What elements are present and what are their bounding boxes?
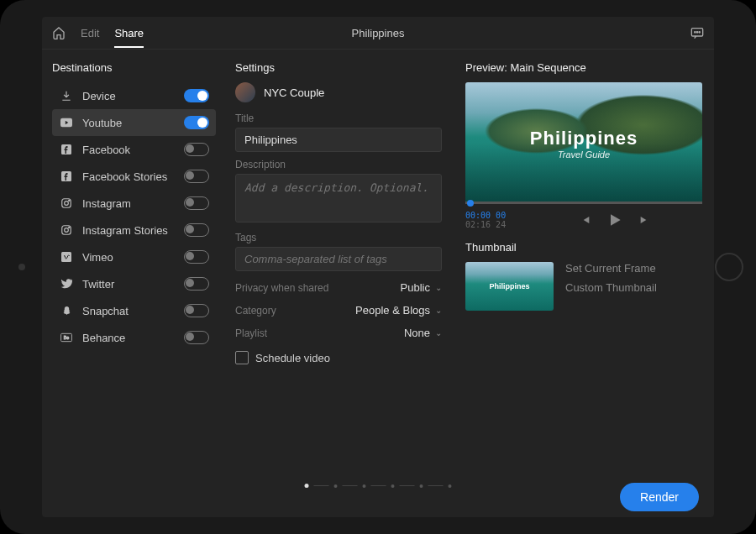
preview-panel: Preview: Main Sequence Philippines Trave…: [454, 50, 714, 477]
download-icon: [59, 90, 74, 102]
bottom-bar: Render: [42, 477, 714, 517]
timecode-current: 00:00 00: [465, 211, 506, 220]
svg-text:Be: Be: [64, 335, 70, 340]
destination-label: Youtube: [82, 117, 184, 129]
svg-point-8: [65, 202, 69, 206]
destination-label: Snapchat: [82, 305, 184, 317]
destination-item-behance[interactable]: BeBehance: [52, 324, 216, 351]
timeline[interactable]: [465, 202, 702, 204]
facebook-icon: [59, 144, 74, 154]
playlist-select[interactable]: None⌄: [404, 327, 442, 339]
destination-item-facebook-stories[interactable]: Facebook Stories: [52, 163, 216, 190]
destination-item-device[interactable]: Device: [52, 82, 216, 109]
feedback-icon[interactable]: [690, 27, 704, 39]
destination-item-facebook[interactable]: Facebook: [52, 136, 216, 163]
title-input[interactable]: [235, 128, 442, 152]
destination-item-youtube[interactable]: Youtube: [52, 109, 216, 136]
title-label: Title: [235, 113, 442, 124]
chevron-down-icon: ⌄: [435, 328, 442, 338]
transport-bar: 00:00 00 02:16 24: [465, 211, 702, 229]
destination-item-vimeo[interactable]: Vimeo: [52, 243, 216, 270]
destination-item-twitter[interactable]: Twitter: [52, 270, 216, 297]
destination-label: Facebook: [82, 144, 184, 156]
preview-overlay-sub: Travel Guide: [558, 149, 610, 160]
destination-toggle[interactable]: [184, 116, 209, 129]
destination-label: Instagram: [82, 197, 184, 210]
svg-point-1: [695, 32, 696, 33]
svg-point-11: [65, 228, 69, 233]
destination-toggle[interactable]: [184, 143, 209, 156]
destination-toggle[interactable]: [184, 89, 209, 102]
chevron-down-icon: ⌄: [435, 306, 442, 315]
svg-point-9: [69, 200, 70, 201]
destination-label: Vimeo: [82, 251, 184, 264]
project-title: Philippines: [352, 27, 405, 39]
avatar: [235, 82, 255, 102]
destination-toggle[interactable]: [184, 277, 209, 291]
destination-toggle[interactable]: [184, 304, 209, 317]
privacy-select[interactable]: Public⌄: [401, 281, 442, 294]
account-row[interactable]: NYC Couple: [235, 82, 442, 102]
settings-panel: Settings NYC Couple Title Description Ta…: [223, 50, 454, 477]
destination-item-instagram-stories[interactable]: Instagram Stories: [52, 217, 216, 243]
top-bar: Edit Share Philippines: [42, 17, 714, 50]
scroll-indicator: [305, 484, 452, 488]
thumbnail-preview[interactable]: Philippines: [465, 262, 554, 311]
tab-edit[interactable]: Edit: [81, 27, 99, 39]
destination-toggle[interactable]: [184, 170, 209, 183]
destination-toggle[interactable]: [184, 196, 209, 210]
schedule-row[interactable]: Schedule video: [235, 351, 442, 364]
category-label: Category: [235, 305, 276, 317]
destinations-title: Destinations: [52, 61, 216, 74]
destination-toggle[interactable]: [184, 331, 209, 344]
svg-point-12: [69, 227, 70, 228]
thumbnail-title: Thumbnail: [465, 241, 702, 254]
home-icon[interactable]: [52, 26, 66, 39]
settings-title: Settings: [235, 61, 442, 74]
play-icon[interactable]: [606, 212, 623, 228]
destination-label: Device: [82, 90, 184, 102]
preview-video[interactable]: Philippines Travel Guide: [465, 82, 702, 204]
instagram-icon: [59, 224, 74, 236]
account-name: NYC Couple: [264, 86, 324, 99]
tab-share[interactable]: Share: [114, 27, 144, 48]
destination-label: Twitter: [82, 278, 184, 291]
playhead[interactable]: [467, 200, 474, 207]
snapchat-icon: [59, 306, 74, 317]
destination-toggle[interactable]: [184, 250, 209, 264]
tags-input[interactable]: [235, 247, 442, 271]
destinations-panel: Destinations DeviceYoutubeFacebookFacebo…: [42, 50, 223, 477]
step-back-icon[interactable]: [578, 213, 591, 227]
description-input[interactable]: [235, 174, 442, 222]
description-label: Description: [235, 159, 442, 170]
svg-point-3: [699, 32, 700, 33]
timecode-total: 02:16 24: [465, 220, 506, 229]
behance-icon: Be: [59, 332, 74, 343]
vimeo-icon: [59, 252, 74, 262]
schedule-label: Schedule video: [255, 352, 330, 364]
chevron-down-icon: ⌄: [435, 283, 442, 292]
preview-overlay-title: Philippines: [530, 128, 638, 149]
svg-point-2: [696, 32, 697, 33]
set-current-frame-button[interactable]: Set Current Frame: [565, 262, 657, 275]
destination-toggle[interactable]: [184, 223, 209, 237]
render-button[interactable]: Render: [620, 483, 699, 511]
custom-thumbnail-button[interactable]: Custom Thumbnail: [565, 281, 657, 294]
destination-item-snapchat[interactable]: Snapchat: [52, 297, 216, 324]
category-select[interactable]: People & Blogs⌄: [355, 304, 442, 317]
destination-label: Behance: [82, 332, 184, 344]
twitter-icon: [59, 279, 74, 289]
destination-label: Facebook Stories: [82, 170, 184, 183]
youtube-icon: [59, 118, 74, 128]
facebook-icon: [59, 171, 74, 181]
schedule-checkbox[interactable]: [235, 351, 249, 364]
destination-item-instagram[interactable]: Instagram: [52, 190, 216, 217]
instagram-icon: [59, 197, 74, 209]
step-forward-icon[interactable]: [638, 213, 652, 227]
privacy-label: Privacy when shared: [235, 282, 328, 294]
playlist-label: Playlist: [235, 327, 267, 339]
destination-label: Instagram Stories: [82, 224, 184, 237]
svg-rect-13: [61, 252, 71, 262]
tags-label: Tags: [235, 232, 442, 243]
preview-title: Preview: Main Sequence: [465, 61, 702, 74]
